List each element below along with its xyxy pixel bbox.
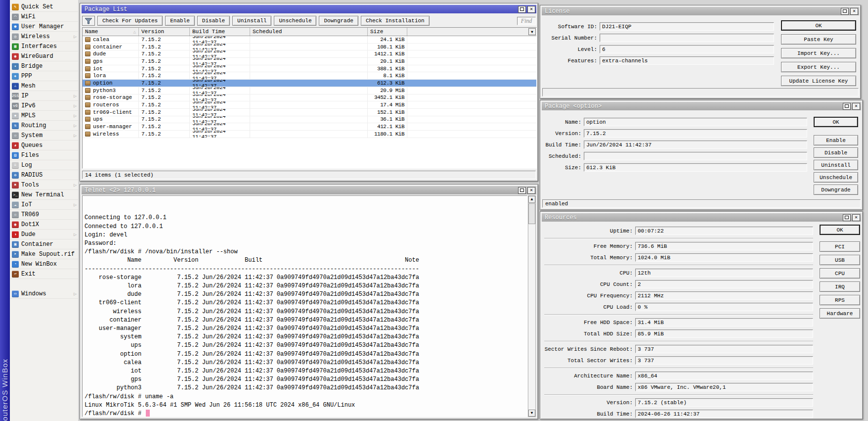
column-header-name[interactable]: Name △ bbox=[83, 28, 139, 36]
field-value[interactable]: 00:07:22 bbox=[635, 227, 813, 235]
find-input[interactable] bbox=[517, 17, 536, 25]
sidebar-item[interactable]: >_ New Terminal ▷ bbox=[10, 190, 78, 200]
window-button[interactable]: OK bbox=[781, 20, 856, 31]
sidebar-item[interactable]: ☁ IoT ▷ bbox=[10, 200, 78, 210]
sidebar-item[interactable]: ✖ Tools ▷ bbox=[10, 180, 78, 190]
sidebar-item[interactable]: ◠ WiFi ▷ bbox=[10, 12, 78, 22]
maximize-button[interactable] bbox=[843, 103, 851, 110]
sidebar-item[interactable]: ▤ Files ▷ bbox=[10, 150, 78, 160]
field-value[interactable]: x86_64 bbox=[635, 372, 813, 380]
window-button[interactable]: Export Key... bbox=[781, 62, 856, 72]
column-select-dropdown[interactable]: ▼ bbox=[528, 28, 536, 35]
scrollbar-thumb[interactable] bbox=[528, 203, 535, 224]
sidebar-item[interactable]: ✪ RADIUS ▷ bbox=[10, 170, 78, 180]
window-button[interactable]: Downgrade bbox=[814, 185, 858, 195]
window-button[interactable]: Disable bbox=[814, 147, 858, 158]
maximize-button[interactable] bbox=[841, 8, 849, 15]
field-value[interactable]: 6 bbox=[600, 45, 774, 53]
column-header-scheduled[interactable]: Scheduled bbox=[250, 28, 368, 36]
window-button[interactable]: CPU bbox=[820, 268, 860, 279]
window-button[interactable]: PCI bbox=[820, 241, 860, 252]
window-button[interactable]: OK bbox=[814, 117, 858, 127]
field-value[interactable]: 31.4 MiB bbox=[635, 318, 813, 327]
window-titlebar[interactable]: License ✕ bbox=[542, 7, 859, 15]
sidebar-item[interactable]: ↩ Exit ▷ bbox=[10, 269, 78, 279]
sidebar-item[interactable]: ◔ New WinBox ▷ bbox=[10, 259, 78, 269]
toolbar-button[interactable]: Downgrade bbox=[319, 16, 358, 26]
table-row[interactable]: calea 7.15.2 Jun/26/2024 11:42:37 24.1 K… bbox=[83, 36, 536, 44]
field-value[interactable]: extra-channels bbox=[600, 56, 774, 65]
field-value[interactable]: 7.15.2 (stable) bbox=[635, 398, 813, 407]
scroll-down-icon[interactable]: ▼ bbox=[528, 410, 535, 417]
field-value[interactable]: 2112 MHz bbox=[635, 291, 813, 300]
field-value[interactable]: 2 bbox=[635, 280, 813, 288]
sidebar-item[interactable]: ✚ PPP ▷ bbox=[10, 71, 78, 81]
sidebar-item[interactable]: ☼ System ▷ bbox=[10, 131, 78, 140]
table-row[interactable]: lora 7.15.2 Jun/26/2024 11:42:37 8.1 KiB bbox=[83, 72, 536, 80]
window-titlebar[interactable]: Package List ✕ bbox=[82, 5, 536, 13]
field-value[interactable]: 12th bbox=[635, 269, 813, 277]
field-value[interactable]: 3 737 bbox=[635, 356, 813, 365]
table-row[interactable]: tr069-client 7.15.2 Jun/26/2024 11:42:37… bbox=[83, 109, 536, 116]
table-row[interactable]: option 7.15.2 Jun/26/2024 11:42:37 612.3… bbox=[83, 80, 536, 87]
field-value[interactable]: 7.15.2 bbox=[584, 129, 807, 138]
window-button[interactable]: OK bbox=[820, 225, 860, 235]
field-value[interactable]: 2024-06-26 11:42:37 bbox=[635, 410, 813, 418]
field-value[interactable]: 736.6 MiB bbox=[635, 242, 813, 250]
sidebar-item[interactable]: ▭ Windows ▷ bbox=[10, 289, 78, 299]
field-value[interactable] bbox=[600, 34, 774, 42]
sidebar-item[interactable]: ◉ Dot1X ▷ bbox=[10, 220, 78, 230]
table-row[interactable]: wireless 7.15.2 Jun/26/2024 11:42:37 118… bbox=[83, 131, 536, 138]
sidebar-item[interactable]: ⇅ Routing ▷ bbox=[10, 121, 78, 131]
sidebar-item[interactable]: ◉ WireGuard ▷ bbox=[10, 51, 78, 61]
toolbar-button[interactable]: Disable bbox=[197, 16, 230, 26]
window-button[interactable]: IRQ bbox=[820, 281, 860, 292]
field-value[interactable]: DJ21-EIQP bbox=[600, 22, 774, 31]
close-button[interactable]: ✕ bbox=[527, 187, 535, 194]
close-button[interactable]: ✕ bbox=[852, 103, 860, 110]
table-row[interactable]: routeros 7.15.2 Jun/26/2024 11:42:37 17.… bbox=[83, 101, 536, 109]
sidebar-item[interactable]: ≡ Log ▷ bbox=[10, 160, 78, 170]
window-titlebar[interactable]: Telnet <2> 127.0.0.1 ✕ bbox=[82, 186, 536, 194]
sidebar-item[interactable]: ◕ Queues ▷ bbox=[10, 140, 78, 150]
table-row[interactable]: rose-storage 7.15.2 Jun/26/2024 11:42:37… bbox=[83, 94, 536, 102]
field-value[interactable]: 3 737 bbox=[635, 345, 813, 353]
field-value[interactable]: Jun/26/2024 11:42:37 bbox=[584, 140, 807, 149]
sidebar-item[interactable]: ∴ Mesh ▷ bbox=[10, 81, 78, 91]
toolbar-button[interactable]: Check Installation bbox=[361, 16, 430, 26]
toolbar-button[interactable]: Enable bbox=[165, 16, 195, 26]
field-value[interactable]: 612.3 KiB bbox=[584, 163, 807, 172]
field-value[interactable]: option bbox=[584, 118, 807, 126]
close-button[interactable]: ✕ bbox=[527, 6, 535, 13]
terminal-output[interactable]: Connecting to 127.0.0.1 Connected to 127… bbox=[82, 195, 527, 417]
window-button[interactable]: Hardware bbox=[820, 308, 860, 319]
window-titlebar[interactable]: Resources ✕ bbox=[542, 213, 861, 222]
sidebar-item[interactable]: ✎ Quick Set ▷ bbox=[10, 2, 78, 12]
maximize-button[interactable] bbox=[518, 187, 526, 194]
table-row[interactable]: ups 7.15.2 Jun/26/2024 11:42:37 36.1 KiB bbox=[83, 116, 536, 124]
maximize-button[interactable] bbox=[843, 214, 851, 221]
window-button[interactable]: Paste Key bbox=[781, 34, 856, 45]
column-header-version[interactable]: Version bbox=[139, 28, 190, 36]
scroll-up-icon[interactable]: ▲ bbox=[528, 196, 535, 203]
sidebar-item[interactable]: ➤ Make Supout.rif ▷ bbox=[10, 249, 78, 259]
toolbar-button[interactable]: Check For Updates bbox=[97, 16, 163, 26]
sidebar-item[interactable]: ▣ Container ▷ bbox=[10, 239, 78, 249]
sidebar-item[interactable]: v6 IPv6 ▷ bbox=[10, 101, 78, 111]
window-button[interactable]: Unschedule bbox=[814, 172, 858, 183]
sidebar-item[interactable]: ✦ Bridge ▷ bbox=[10, 61, 78, 71]
table-row[interactable]: dude 7.15.2 Jun/26/2024 11:42:37 1412.1 … bbox=[83, 50, 536, 58]
sidebar-item[interactable]: ● MPLS ▷ bbox=[10, 111, 78, 121]
toolbar-button[interactable]: Uninstall bbox=[232, 16, 271, 26]
sidebar-item[interactable]: ▦ Interfaces ▷ bbox=[10, 42, 78, 51]
table-row[interactable]: gps 7.15.2 Jun/26/2024 11:42:37 20.1 KiB bbox=[83, 58, 536, 65]
table-row[interactable]: python3 7.15.2 Jun/26/2024 11:42:37 20.9… bbox=[83, 87, 536, 94]
sidebar-item[interactable]: 255 IP ▷ bbox=[10, 91, 78, 101]
close-button[interactable]: ✕ bbox=[852, 214, 860, 221]
window-button[interactable]: RPS bbox=[820, 295, 860, 305]
window-button[interactable]: Uninstall bbox=[814, 160, 858, 170]
window-titlebar[interactable]: Package <option> ✕ bbox=[542, 102, 861, 110]
close-button[interactable]: ✕ bbox=[850, 8, 858, 15]
window-button[interactable]: Enable bbox=[814, 135, 858, 145]
column-header-size[interactable]: Size bbox=[368, 28, 407, 36]
